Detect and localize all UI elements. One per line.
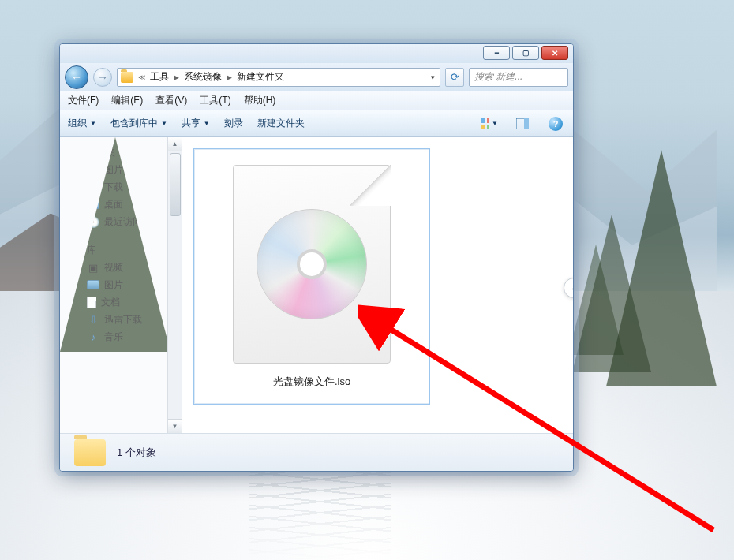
share-button[interactable]: 共享 ▼ — [182, 117, 210, 130]
chevron-right-icon: ▶ — [170, 73, 182, 81]
command-toolbar: 组织 ▼ 包含到库中 ▼ 共享 ▼ 刻录 新建文件夹 ▼ — [60, 110, 573, 137]
search-input[interactable]: 搜索 新建... — [469, 68, 568, 87]
back-button[interactable]: ← — [65, 65, 88, 89]
folder-icon — [121, 72, 133, 83]
organize-button[interactable]: 组织 ▼ — [68, 117, 96, 130]
burn-button[interactable]: 刻录 — [224, 117, 243, 130]
file-tile-iso[interactable]: 光盘镜像文件.iso — [193, 148, 430, 405]
sidebar-label: 图片 — [104, 278, 123, 292]
preview-pane-button[interactable] — [513, 115, 532, 133]
svg-rect-7 — [524, 118, 529, 129]
chevron-right-icon: ▶ — [223, 73, 235, 81]
svg-rect-4 — [481, 125, 485, 129]
sidebar-scrollbar[interactable]: ▲ ▼ — [167, 137, 182, 433]
forward-button[interactable]: → — [93, 68, 112, 87]
picture-icon — [87, 280, 99, 289]
recent-icon: 🕘 — [87, 215, 99, 228]
sidebar-item-xunlei[interactable]: ⇩ 迅雷下载 — [66, 311, 170, 328]
sidebar-label: 文档 — [101, 296, 120, 309]
close-button[interactable] — [541, 46, 568, 60]
view-mode-button[interactable]: ▼ — [480, 115, 499, 133]
sidebar-item-desktop[interactable]: 桌面 — [66, 196, 170, 213]
chevron-down-icon: ▼ — [161, 120, 167, 127]
help-icon: ? — [549, 117, 563, 131]
document-icon — [87, 297, 96, 308]
titlebar[interactable] — [60, 44, 573, 63]
preview-pane-icon — [516, 118, 529, 129]
file-label: 光盘镜像文件.iso — [273, 375, 350, 389]
help-button[interactable]: ? — [546, 115, 565, 133]
svg-rect-3 — [487, 118, 489, 123]
svg-rect-2 — [481, 118, 485, 123]
sidebar-group-favorites[interactable]: ★ 收藏夹 — [66, 144, 170, 161]
file-thumbnail — [233, 165, 391, 364]
sidebar-label: 迅雷下载 — [104, 313, 142, 327]
nav-tree: ★ 收藏夹 图片 ⬇ 下载 桌面 🕘 最近访问的位置 — [60, 137, 170, 352]
sidebar-item-videos[interactable]: ▣ 视频 — [66, 259, 170, 276]
desktop-icon — [87, 200, 99, 209]
folder-icon — [74, 439, 106, 466]
include-in-library-button[interactable]: 包含到库中 ▼ — [110, 117, 167, 130]
expand-pane-button[interactable]: ‹ — [564, 278, 574, 298]
sidebar-group-library[interactable]: 库 — [66, 241, 170, 259]
breadcrumb-seg[interactable]: 新建文件夹 — [237, 70, 284, 84]
scroll-thumb[interactable] — [170, 153, 181, 216]
maximize-button[interactable] — [512, 46, 539, 60]
newfolder-label: 新建文件夹 — [257, 117, 305, 130]
breadcrumb-seg[interactable]: 工具 — [150, 70, 169, 84]
sidebar-label: 收藏夹 — [87, 146, 115, 159]
sidebar-item-music[interactable]: ♪ 音乐 — [66, 328, 170, 345]
address-breadcrumb[interactable]: ≪ 工具 ▶ 系统镜像 ▶ 新建文件夹 ▾ — [117, 68, 440, 87]
window-body: ★ 收藏夹 图片 ⬇ 下载 桌面 🕘 最近访问的位置 — [60, 137, 573, 433]
sidebar-item-pictures-lib[interactable]: 图片 — [66, 276, 170, 293]
explorer-window: ← → ≪ 工具 ▶ 系统镜像 ▶ 新建文件夹 ▾ ⟳ 搜索 新建... 文件(… — [59, 43, 574, 472]
menubar: 文件(F) 编辑(E) 查看(V) 工具(T) 帮助(H) — [60, 91, 573, 110]
navigation-sidebar: ★ 收藏夹 图片 ⬇ 下载 桌面 🕘 最近访问的位置 — [60, 137, 182, 433]
sidebar-label: 最近访问的位置 — [104, 215, 170, 229]
xunlei-icon: ⇩ — [87, 313, 99, 326]
sidebar-item-pictures[interactable]: 图片 — [66, 161, 170, 178]
breadcrumb-seg[interactable]: 系统镜像 — [184, 70, 222, 84]
menu-tools[interactable]: 工具(T) — [200, 94, 230, 107]
music-icon: ♪ — [87, 330, 99, 343]
page-fold-icon — [350, 165, 391, 206]
content-pane[interactable]: 光盘镜像文件.iso ‹ — [182, 137, 573, 433]
sidebar-label: 音乐 — [104, 330, 123, 344]
menu-view[interactable]: 查看(V) — [155, 94, 187, 107]
picture-icon — [87, 165, 99, 174]
sidebar-label: 库 — [87, 244, 96, 257]
scroll-down-arrow[interactable]: ▼ — [168, 419, 182, 433]
sidebar-label: 图片 — [104, 163, 123, 177]
sidebar-label: 视频 — [104, 261, 123, 274]
disc-icon — [257, 209, 367, 319]
statusbar: 1 个对象 — [60, 433, 573, 471]
organize-label: 组织 — [68, 117, 87, 130]
burn-label: 刻录 — [224, 117, 243, 130]
nav-row: ← → ≪ 工具 ▶ 系统镜像 ▶ 新建文件夹 ▾ ⟳ 搜索 新建... — [60, 63, 573, 91]
share-label: 共享 — [182, 117, 200, 130]
sidebar-label: 下载 — [104, 181, 123, 194]
sidebar-item-recent[interactable]: 🕘 最近访问的位置 — [66, 213, 170, 230]
include-label: 包含到库中 — [110, 117, 158, 130]
library-icon — [69, 245, 82, 256]
sidebar-item-downloads[interactable]: ⬇ 下载 — [66, 178, 170, 196]
video-icon: ▣ — [87, 261, 99, 274]
scroll-up-arrow[interactable]: ▲ — [168, 137, 182, 151]
menu-file[interactable]: 文件(F) — [68, 94, 99, 107]
chevron-down-icon: ▼ — [204, 120, 210, 127]
chevron-down-icon: ▼ — [492, 120, 498, 127]
breadcrumb-dropdown[interactable]: ▾ — [426, 73, 440, 81]
breadcrumb-sep: ≪ — [135, 73, 148, 81]
download-icon: ⬇ — [87, 181, 99, 193]
new-folder-button[interactable]: 新建文件夹 — [257, 117, 305, 130]
svg-rect-5 — [487, 125, 489, 129]
status-text: 1 个对象 — [117, 446, 156, 460]
sidebar-label: 桌面 — [104, 198, 123, 211]
menu-edit[interactable]: 编辑(E) — [111, 94, 143, 107]
thumbnails-icon — [481, 118, 489, 129]
minimize-button[interactable] — [483, 46, 510, 60]
menu-help[interactable]: 帮助(H) — [244, 94, 276, 107]
refresh-button[interactable]: ⟳ — [445, 68, 464, 87]
sidebar-item-documents[interactable]: 文档 — [66, 293, 170, 311]
chevron-down-icon: ▼ — [90, 120, 96, 127]
